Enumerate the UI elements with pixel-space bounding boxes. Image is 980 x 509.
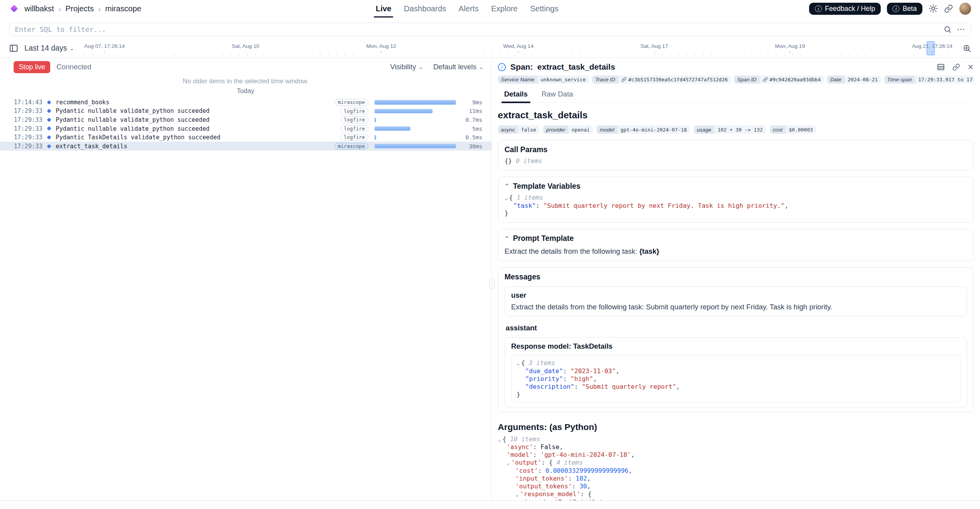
- messages-title: Messages: [505, 273, 967, 281]
- main-content: Stop live Connected Visibility ⌄ Default…: [0, 58, 980, 501]
- duration-text: 0.7ms: [456, 117, 482, 123]
- duration-text: 11ms: [456, 108, 482, 114]
- breadcrumb: willbakst›Projects›mirascope: [25, 4, 141, 14]
- beta-button[interactable]: i Beta: [887, 3, 922, 15]
- filter-menu-icon[interactable]: ⋯: [957, 25, 965, 33]
- close-icon[interactable]: ✕: [968, 63, 974, 71]
- log-row[interactable]: 17:29:33Pydantic nullable validate_pytho…: [0, 116, 491, 125]
- nav-tab-dashboards[interactable]: Dashboards: [404, 0, 446, 18]
- sidebar-toggle-icon[interactable]: [9, 44, 18, 53]
- log-row[interactable]: 17:29:33Pydantic nullable validate_pytho…: [0, 107, 491, 116]
- collapse-toggle-icon[interactable]: ⌄: [517, 360, 520, 367]
- user-message: user Extract the details from the follow…: [505, 286, 967, 316]
- arguments-title: Arguments: (as Python): [498, 422, 974, 432]
- search-icon[interactable]: [943, 25, 952, 33]
- scope-tag: logfire: [340, 125, 368, 132]
- breadcrumb-item[interactable]: willbakst: [25, 4, 54, 13]
- duration-bar-track: [375, 144, 456, 148]
- call-params-card: Call Params {} 0 items: [498, 140, 974, 170]
- logfire-app: willbakst›Projects›mirascope LiveDashboa…: [0, 0, 980, 509]
- duration-bar-track: [375, 118, 456, 122]
- span-detail-header: i Span: extract_task_details ✕: [498, 60, 974, 75]
- time-range-label: Last 14 days: [25, 44, 67, 53]
- levels-dropdown[interactable]: Default levels ⌄: [433, 63, 484, 71]
- span-diamond-icon: [47, 109, 51, 113]
- nav-tab-settings[interactable]: Settings: [530, 0, 559, 18]
- timeline-bar: Last 14 days ⌄ Aug 07, 17:26:14Sat, Aug …: [0, 39, 980, 58]
- panel-resize-handle[interactable]: ⋮: [489, 278, 494, 288]
- collapse-icon[interactable]: ⌃: [505, 183, 509, 189]
- detail-scroll[interactable]: extract_task_details asyncfalseprovidero…: [498, 103, 974, 500]
- time-range-selector[interactable]: Last 14 days ⌄: [25, 44, 74, 53]
- log-row[interactable]: 17:29:33extract_task_detailsmirascope30m…: [0, 142, 491, 151]
- chip-label: model: [596, 125, 617, 133]
- info-icon: i: [815, 5, 822, 12]
- duration-bar-track: [375, 109, 456, 113]
- timeline-tick-mark: [654, 51, 655, 53]
- collapse-toggle-icon[interactable]: ⌄: [507, 459, 510, 467]
- logo-icon[interactable]: [10, 5, 18, 12]
- log-row[interactable]: 17:29:33Pydantic nullable validate_pytho…: [0, 124, 491, 133]
- chip-date: Date2024-08-21: [827, 75, 881, 84]
- chip-value: openai: [568, 125, 593, 133]
- chip-value: 17:29:33.917 to 17:29:33.946: [915, 75, 974, 84]
- avatar[interactable]: [959, 3, 971, 15]
- feedback-help-label: Feedback / Help: [825, 5, 875, 13]
- chip-value: gpt-4o-mini-2024-07-18: [618, 125, 690, 133]
- nav-tab-alerts[interactable]: Alerts: [459, 0, 479, 18]
- code-line: "task": "Submit quarterly report by next…: [505, 202, 967, 210]
- duration-bar: [375, 118, 376, 122]
- span-attrs: asyncfalseprovideropenaimodelgpt-4o-mini…: [498, 125, 974, 133]
- nav-actions: i Feedback / Help i Beta: [809, 3, 971, 15]
- feedback-help-button[interactable]: i Feedback / Help: [809, 3, 880, 15]
- code-line: "due_date": "2023-11-03",: [517, 367, 955, 375]
- brand: willbakst›Projects›mirascope: [9, 4, 141, 14]
- collapse-toggle-icon[interactable]: ⌄: [516, 491, 519, 498]
- breadcrumb-item[interactable]: Projects: [65, 4, 94, 13]
- collapse-toggle-icon[interactable]: ⌄: [498, 436, 501, 444]
- timeline-zoom-icon[interactable]: [962, 44, 971, 53]
- nav-tab-explore[interactable]: Explore: [491, 0, 517, 18]
- chip-label: Date: [827, 75, 845, 84]
- timeline-tick: Mon, Aug 12: [366, 43, 396, 53]
- chip-value: $0.00003: [786, 125, 816, 133]
- timeline-selection[interactable]: [927, 41, 935, 55]
- code-line: 'output_tokens': 30,: [498, 483, 974, 490]
- duration-bar: [375, 100, 456, 104]
- breadcrumb-item[interactable]: mirascope: [105, 4, 141, 13]
- chip-trace-id[interactable]: Trace ID#c3b5157330ea5c1fd4572747af512d2…: [592, 75, 731, 84]
- theme-toggle-icon[interactable]: [929, 4, 938, 13]
- copy-link-icon[interactable]: [952, 63, 960, 71]
- nav-tab-live[interactable]: Live: [376, 0, 391, 18]
- breadcrumb-separator: ›: [98, 4, 101, 14]
- open-raw-panel-icon[interactable]: [937, 63, 945, 71]
- code-line: }: [505, 209, 967, 217]
- log-row[interactable]: 17:29:33Pydantic TaskDetails validate_py…: [0, 133, 491, 142]
- detail-tab-raw-data[interactable]: Raw Data: [535, 88, 579, 102]
- code-line: 'cost': 0.00003329999999999996,: [498, 467, 974, 475]
- log-timestamp: 17:14:43: [14, 99, 46, 106]
- duration-text: 30ms: [456, 143, 482, 149]
- detail-tab-details[interactable]: Details: [498, 88, 534, 102]
- share-link-icon[interactable]: [944, 4, 953, 13]
- chip-label: Time span: [884, 75, 915, 84]
- chip-label: Span ID: [734, 75, 759, 84]
- collapse-toggle-icon[interactable]: ⌄: [505, 194, 508, 202]
- timeline-strip[interactable]: Aug 07, 17:26:14Sat, Aug 10Mon, Aug 12We…: [84, 39, 952, 58]
- timeline-tick-label: Wed, Aug 14: [503, 43, 533, 49]
- timeline-tick-mark: [518, 51, 519, 53]
- timeline-tick-label: Aug 07, 17:26:14: [84, 43, 125, 49]
- template-variables-title: ⌃ Template Variables: [505, 182, 967, 191]
- log-row[interactable]: 17:14:43recommend_booksmirascope9ms: [0, 98, 491, 107]
- response-json-box: ⌄{ 3 items"due_date": "2023-11-03","prio…: [511, 355, 961, 402]
- chip-usage: usage102 + 30 -> 132: [694, 125, 766, 133]
- stop-live-button[interactable]: Stop live: [14, 61, 50, 73]
- collapse-icon[interactable]: ⌃: [505, 236, 509, 241]
- duration-bar: [375, 135, 376, 139]
- chip-label: cost: [770, 125, 786, 133]
- chip-span-id[interactable]: Span ID#9c942620aa93dbb4: [734, 75, 824, 84]
- span-header-name: extract_task_details: [537, 62, 615, 72]
- visibility-dropdown[interactable]: Visibility ⌄: [390, 63, 423, 71]
- timeline-tick-label: Mon, Aug 19: [775, 43, 805, 49]
- sql-filter-input[interactable]: [15, 26, 938, 33]
